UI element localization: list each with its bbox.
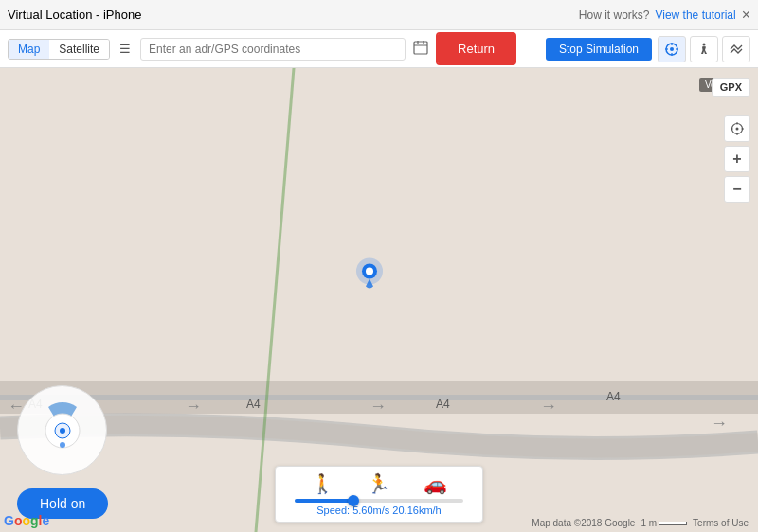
map-background <box>0 68 758 532</box>
road-label-3: A4 <box>436 398 450 411</box>
speed-panel: 🚶 🏃 🚗 Speed: 5.60m/s 20.16km/h <box>275 466 483 523</box>
svg-point-10 <box>703 43 706 45</box>
road-label-4: A4 <box>606 390 621 403</box>
speed-slider-thumb[interactable] <box>348 495 359 506</box>
terms-link[interactable]: Terms of Use <box>693 518 749 528</box>
titlebar: Virtual Location - iPhone How it works? … <box>0 0 758 30</box>
location-pin[interactable] <box>354 257 385 297</box>
walk-mode-button[interactable] <box>690 36 718 62</box>
list-glyph: ☰ <box>119 42 131 56</box>
svg-point-5 <box>670 47 674 51</box>
return-button-wrapper: Return <box>436 32 516 65</box>
svg-point-18 <box>736 128 739 131</box>
titlebar-right: How it works? View the tutorial × <box>579 7 750 24</box>
toolbar: Map Satellite ☰ Return Stop Simulation <box>0 30 758 68</box>
svg-point-25 <box>60 428 65 434</box>
speed-slider[interactable] <box>295 499 463 503</box>
svg-point-26 <box>60 442 65 448</box>
road-arrow-right-1: → <box>185 397 202 417</box>
map-area[interactable]: A4 A4 A4 A4 ← → → → → Ver 1.4.3 GPX <box>0 68 758 532</box>
stop-simulation-button[interactable]: Stop Simulation <box>546 38 652 61</box>
list-icon[interactable]: ☰ <box>116 42 135 56</box>
help-text: How it works? <box>579 9 650 22</box>
map-view-button[interactable]: Map <box>9 40 49 59</box>
right-icon-panel: + − <box>724 115 750 203</box>
walk-speed-icon[interactable]: 🚶 <box>311 472 334 495</box>
compass-circle <box>17 385 107 475</box>
scale-bar: 1 m <box>641 518 687 528</box>
road-arrow-right-3: → <box>540 397 557 417</box>
coordinate-input[interactable] <box>140 38 406 61</box>
tutorial-link[interactable]: View the tutorial <box>655 9 735 22</box>
run-speed-icon[interactable]: 🏃 <box>367 472 390 495</box>
zoom-out-button[interactable]: − <box>724 176 750 203</box>
google-logo: Google <box>4 513 49 528</box>
zoom-in-icon: + <box>732 151 741 168</box>
speed-icons-row: 🚶 🏃 🚗 <box>295 472 463 495</box>
zoom-out-icon: − <box>732 181 741 198</box>
svg-point-16 <box>366 268 373 275</box>
map-target-icon-button[interactable] <box>724 115 750 142</box>
gpx-button[interactable]: GPX <box>712 78 750 97</box>
svg-rect-0 <box>414 42 427 54</box>
road-arrow-right-4: → <box>711 414 728 434</box>
target-location-button[interactable] <box>658 36 686 62</box>
close-button[interactable]: × <box>742 7 750 24</box>
map-satellite-toggle: Map Satellite <box>8 39 110 60</box>
calendar-icon[interactable] <box>411 38 430 60</box>
road-label-2: A4 <box>246 398 261 411</box>
toolbar-action-icons <box>658 36 750 62</box>
satellite-view-button[interactable]: Satellite <box>49 40 109 59</box>
road-arrow-right-2: → <box>370 397 387 417</box>
speed-slider-fill <box>295 499 353 503</box>
speed-text: Speed: 5.60m/s 20.16km/h <box>295 505 463 516</box>
scale-line <box>659 522 687 525</box>
map-data-text: Map data ©2018 Google <box>532 518 635 528</box>
map-attribution: Map data ©2018 Google 1 m Terms of Use <box>532 518 749 528</box>
app-title: Virtual Location - iPhone <box>8 8 141 22</box>
route-mode-button[interactable] <box>722 36 750 62</box>
return-button[interactable]: Return <box>439 35 514 62</box>
zoom-in-button[interactable]: + <box>724 146 750 172</box>
car-speed-icon[interactable]: 🚗 <box>424 472 447 495</box>
